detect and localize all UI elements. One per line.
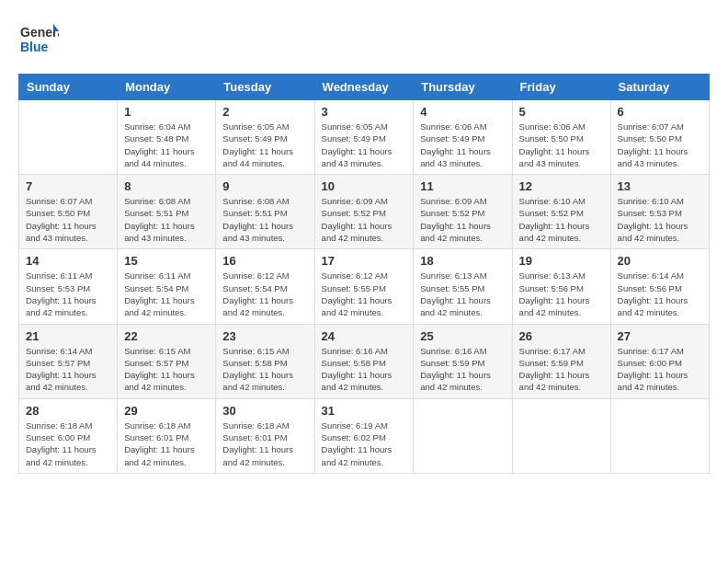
calendar-cell: 21Sunrise: 6:14 AMSunset: 5:57 PMDayligh… (19, 324, 118, 398)
calendar-cell (414, 398, 512, 473)
col-header-monday: Monday (118, 75, 216, 100)
calendar-cell: 28Sunrise: 6:18 AMSunset: 6:00 PMDayligh… (19, 398, 118, 473)
day-info: Sunrise: 6:17 AMSunset: 5:59 PMDaylight:… (519, 345, 604, 394)
calendar-cell: 24Sunrise: 6:16 AMSunset: 5:58 PMDayligh… (314, 324, 414, 398)
col-header-friday: Friday (512, 75, 610, 100)
calendar-cell: 29Sunrise: 6:18 AMSunset: 6:01 PMDayligh… (118, 398, 216, 473)
calendar-header-row: SundayMondayTuesdayWednesdayThursdayFrid… (19, 75, 710, 100)
day-info: Sunrise: 6:15 AMSunset: 5:58 PMDaylight:… (222, 345, 307, 394)
page-header: General Blue (18, 18, 710, 59)
day-info: Sunrise: 6:09 AMSunset: 5:52 PMDaylight:… (420, 195, 505, 244)
day-info: Sunrise: 6:19 AMSunset: 6:02 PMDaylight:… (322, 419, 407, 468)
calendar-cell: 19Sunrise: 6:13 AMSunset: 5:56 PMDayligh… (512, 249, 610, 324)
col-header-wednesday: Wednesday (314, 75, 414, 100)
logo-graphic: General Blue (18, 18, 59, 59)
calendar-cell: 17Sunrise: 6:12 AMSunset: 5:55 PMDayligh… (314, 249, 414, 324)
calendar-cell: 1Sunrise: 6:04 AMSunset: 5:48 PMDaylight… (118, 100, 216, 175)
calendar-cell: 16Sunrise: 6:12 AMSunset: 5:54 PMDayligh… (216, 249, 314, 324)
day-number: 8 (124, 179, 209, 193)
calendar-week-row: 7Sunrise: 6:07 AMSunset: 5:50 PMDaylight… (19, 175, 710, 249)
day-info: Sunrise: 6:06 AMSunset: 5:50 PMDaylight:… (519, 121, 604, 169)
svg-text:Blue: Blue (20, 40, 49, 54)
calendar-cell (19, 100, 118, 175)
calendar-cell: 2Sunrise: 6:05 AMSunset: 5:49 PMDaylight… (216, 100, 314, 175)
day-number: 23 (222, 329, 307, 343)
calendar-cell: 30Sunrise: 6:18 AMSunset: 6:01 PMDayligh… (216, 398, 314, 473)
day-number: 24 (322, 329, 407, 343)
day-info: Sunrise: 6:18 AMSunset: 6:01 PMDaylight:… (222, 419, 307, 468)
calendar-cell: 20Sunrise: 6:14 AMSunset: 5:56 PMDayligh… (610, 249, 709, 324)
day-number: 3 (322, 105, 407, 119)
calendar-cell: 11Sunrise: 6:09 AMSunset: 5:52 PMDayligh… (414, 175, 512, 249)
day-info: Sunrise: 6:05 AMSunset: 5:49 PMDaylight:… (222, 121, 307, 169)
day-number: 30 (222, 404, 307, 418)
day-number: 22 (124, 329, 209, 343)
day-info: Sunrise: 6:10 AMSunset: 5:52 PMDaylight:… (519, 195, 604, 244)
day-info: Sunrise: 6:10 AMSunset: 5:53 PMDaylight:… (618, 195, 702, 244)
calendar-cell: 6Sunrise: 6:07 AMSunset: 5:50 PMDaylight… (610, 100, 709, 175)
calendar-cell: 10Sunrise: 6:09 AMSunset: 5:52 PMDayligh… (314, 175, 414, 249)
calendar-cell: 27Sunrise: 6:17 AMSunset: 6:00 PMDayligh… (610, 324, 709, 398)
logo-container: General Blue (18, 18, 59, 59)
day-number: 29 (124, 404, 209, 418)
logo: General Blue (18, 18, 59, 59)
day-number: 7 (26, 179, 110, 193)
calendar-week-row: 1Sunrise: 6:04 AMSunset: 5:48 PMDaylight… (19, 100, 710, 175)
day-info: Sunrise: 6:05 AMSunset: 5:49 PMDaylight:… (322, 121, 407, 169)
day-number: 9 (222, 179, 307, 193)
svg-text:General: General (20, 25, 59, 40)
calendar-cell: 15Sunrise: 6:11 AMSunset: 5:54 PMDayligh… (118, 249, 216, 324)
day-info: Sunrise: 6:08 AMSunset: 5:51 PMDaylight:… (124, 195, 209, 244)
calendar-cell: 9Sunrise: 6:08 AMSunset: 5:51 PMDaylight… (216, 175, 314, 249)
day-number: 17 (322, 254, 407, 268)
day-info: Sunrise: 6:17 AMSunset: 6:00 PMDaylight:… (618, 345, 702, 394)
day-info: Sunrise: 6:08 AMSunset: 5:51 PMDaylight:… (222, 195, 307, 244)
calendar-week-row: 21Sunrise: 6:14 AMSunset: 5:57 PMDayligh… (19, 324, 710, 398)
calendar-cell (512, 398, 610, 473)
calendar-cell: 8Sunrise: 6:08 AMSunset: 5:51 PMDaylight… (118, 175, 216, 249)
calendar-week-row: 14Sunrise: 6:11 AMSunset: 5:53 PMDayligh… (19, 249, 710, 324)
calendar-cell: 23Sunrise: 6:15 AMSunset: 5:58 PMDayligh… (216, 324, 314, 398)
day-info: Sunrise: 6:15 AMSunset: 5:57 PMDaylight:… (124, 345, 209, 394)
day-info: Sunrise: 6:18 AMSunset: 6:01 PMDaylight:… (124, 419, 209, 468)
day-number: 25 (420, 329, 505, 343)
day-number: 14 (26, 254, 110, 268)
calendar-cell: 26Sunrise: 6:17 AMSunset: 5:59 PMDayligh… (512, 324, 610, 398)
day-number: 11 (420, 179, 505, 193)
calendar-cell: 4Sunrise: 6:06 AMSunset: 5:49 PMDaylight… (414, 100, 512, 175)
day-info: Sunrise: 6:12 AMSunset: 5:54 PMDaylight:… (222, 270, 307, 318)
day-info: Sunrise: 6:13 AMSunset: 5:56 PMDaylight:… (519, 270, 604, 318)
calendar-cell: 5Sunrise: 6:06 AMSunset: 5:50 PMDaylight… (512, 100, 610, 175)
col-header-tuesday: Tuesday (216, 75, 314, 100)
day-number: 16 (222, 254, 307, 268)
day-number: 6 (618, 105, 702, 119)
day-info: Sunrise: 6:11 AMSunset: 5:54 PMDaylight:… (124, 270, 209, 318)
day-number: 27 (618, 329, 702, 343)
col-header-saturday: Saturday (610, 75, 709, 100)
calendar-cell: 31Sunrise: 6:19 AMSunset: 6:02 PMDayligh… (314, 398, 414, 473)
day-info: Sunrise: 6:12 AMSunset: 5:55 PMDaylight:… (322, 270, 407, 318)
day-info: Sunrise: 6:18 AMSunset: 6:00 PMDaylight:… (26, 419, 110, 468)
calendar-cell: 25Sunrise: 6:16 AMSunset: 5:59 PMDayligh… (414, 324, 512, 398)
day-info: Sunrise: 6:04 AMSunset: 5:48 PMDaylight:… (124, 121, 209, 169)
day-number: 18 (420, 254, 505, 268)
calendar-cell: 12Sunrise: 6:10 AMSunset: 5:52 PMDayligh… (512, 175, 610, 249)
day-number: 19 (519, 254, 604, 268)
calendar-cell: 7Sunrise: 6:07 AMSunset: 5:50 PMDaylight… (19, 175, 118, 249)
day-number: 15 (124, 254, 209, 268)
day-info: Sunrise: 6:16 AMSunset: 5:59 PMDaylight:… (420, 345, 505, 394)
day-info: Sunrise: 6:16 AMSunset: 5:58 PMDaylight:… (322, 345, 407, 394)
col-header-sunday: Sunday (19, 75, 118, 100)
day-number: 5 (519, 105, 604, 119)
calendar-week-row: 28Sunrise: 6:18 AMSunset: 6:00 PMDayligh… (19, 398, 710, 473)
day-info: Sunrise: 6:07 AMSunset: 5:50 PMDaylight:… (26, 195, 110, 244)
day-info: Sunrise: 6:11 AMSunset: 5:53 PMDaylight:… (26, 270, 110, 318)
calendar-cell: 22Sunrise: 6:15 AMSunset: 5:57 PMDayligh… (118, 324, 216, 398)
day-number: 20 (618, 254, 702, 268)
day-number: 10 (322, 179, 407, 193)
calendar-cell: 14Sunrise: 6:11 AMSunset: 5:53 PMDayligh… (19, 249, 118, 324)
day-info: Sunrise: 6:13 AMSunset: 5:55 PMDaylight:… (420, 270, 505, 318)
calendar-table: SundayMondayTuesdayWednesdayThursdayFrid… (18, 74, 710, 474)
day-number: 26 (519, 329, 604, 343)
day-number: 21 (26, 329, 110, 343)
